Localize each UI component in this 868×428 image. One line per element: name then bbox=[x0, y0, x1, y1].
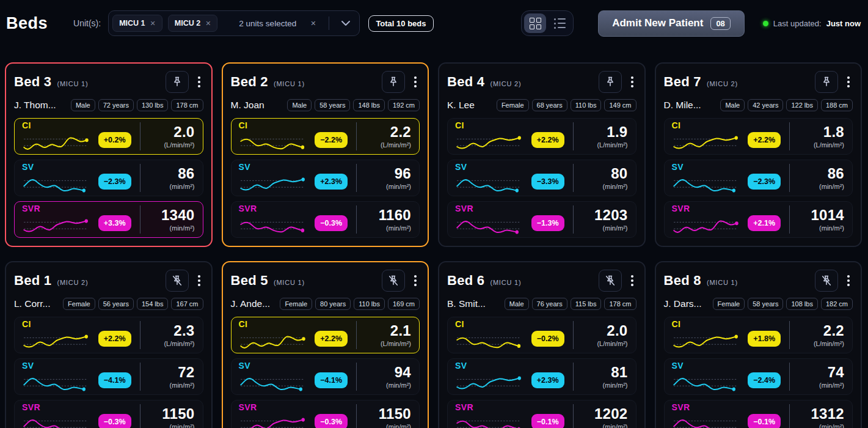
unit-select-control[interactable]: MICU 1 ✕ MICU 2 ✕ 2 units selected ✕ bbox=[108, 10, 360, 36]
metric-row[interactable]: CI +2.2% 1.9 (L/min/m²) bbox=[447, 118, 636, 155]
metric-row[interactable]: SV −4.1% 72 (min/m²) bbox=[14, 358, 203, 395]
metric-row[interactable]: SVR +2.1% 1014 (min/m²) bbox=[664, 201, 853, 238]
metric-list: CI +2.2% 2.1 (L/min/m²) SV −4.1% 94 (min… bbox=[231, 317, 420, 428]
list-view-button[interactable] bbox=[549, 13, 571, 33]
pin-icon bbox=[820, 275, 833, 287]
metric-row[interactable]: SV +2.3% 96 (min/m²) bbox=[231, 160, 420, 196]
metric-row[interactable]: CI −2.2% 2.2 (L/min/m²) bbox=[231, 118, 420, 155]
admit-new-patient-button[interactable]: Admit New Patient 08 bbox=[598, 10, 745, 37]
metric-row[interactable]: CI +2.2% 1.8 (L/min/m²) bbox=[664, 118, 853, 155]
bed-card[interactable]: Bed 3 (MICU 1) J. Thom... Male72 years13… bbox=[5, 62, 213, 247]
patient-row: M. Joan Male58 years148 lbs192 cm bbox=[231, 99, 420, 111]
metric-row[interactable]: SVR +3.3% 1340 (min/m²) bbox=[14, 201, 203, 238]
metric-row[interactable]: SV −4.1% 94 (min/m²) bbox=[231, 358, 420, 395]
sparkline-chart bbox=[22, 172, 95, 194]
more-options-button[interactable] bbox=[628, 73, 636, 91]
bed-card[interactable]: Bed 7 (MICU 2) D. Mile... Male42 years12… bbox=[655, 62, 863, 247]
metric-row[interactable]: SV −2.4% 74 (min/m²) bbox=[664, 358, 853, 395]
metric-row[interactable]: SVR −0.1% 1202 (min/m²) bbox=[447, 400, 636, 428]
metric-label: CI bbox=[239, 121, 312, 130]
last-updated-label: Last updated: bbox=[773, 19, 822, 28]
metric-change-badge: +2.3% bbox=[315, 174, 348, 190]
metric-label: CI bbox=[22, 121, 95, 130]
demographic-chip: 178 cm bbox=[604, 298, 636, 310]
sparkline-chart bbox=[239, 412, 312, 428]
demographic-chip: 108 lbs bbox=[786, 298, 817, 310]
bed-card[interactable]: Bed 1 (MICU 2) L. Corr... Female56 years… bbox=[5, 261, 213, 428]
bed-card[interactable]: Bed 4 (MICU 2) K. Lee Female68 years110 … bbox=[438, 62, 646, 247]
bed-title: Bed 7 bbox=[664, 74, 701, 90]
sparkline-chart bbox=[239, 371, 312, 393]
more-options-button[interactable] bbox=[628, 271, 636, 290]
pin-button[interactable] bbox=[166, 270, 189, 292]
metric-row[interactable]: CI +1.8% 2.2 (L/min/m²) bbox=[664, 317, 853, 353]
last-updated-status: Last updated: Just now bbox=[763, 19, 861, 28]
metric-row[interactable]: SVR −0.3% 1160 (min/m²) bbox=[231, 201, 420, 238]
metric-value: 1150 bbox=[162, 406, 194, 422]
sparkline-chart bbox=[672, 371, 745, 393]
metric-row[interactable]: SVR −0.1% 1312 (min/m²) bbox=[664, 400, 853, 428]
metric-row[interactable]: SV −2.3% 86 (min/m²) bbox=[664, 160, 853, 196]
metric-row[interactable]: SVR −0.3% 1150 (min/m²) bbox=[14, 400, 203, 428]
bed-card-header: Bed 4 (MICU 2) bbox=[447, 71, 636, 93]
metric-row[interactable]: CI +0.2% 2.0 (L/min/m²) bbox=[14, 118, 203, 155]
metric-list: CI −2.2% 2.2 (L/min/m²) SV +2.3% 96 (min… bbox=[231, 118, 420, 238]
chevron-down-icon[interactable] bbox=[341, 20, 351, 26]
metric-label: SVR bbox=[239, 403, 312, 412]
demographic-chip: 110 lbs bbox=[571, 99, 602, 111]
demographic-chip: 188 cm bbox=[821, 99, 853, 111]
bed-card-header: Bed 2 (MICU 1) bbox=[231, 71, 420, 93]
pin-button[interactable] bbox=[382, 270, 405, 292]
patient-row: B. Smit... Male76 years115 lbs178 cm bbox=[447, 298, 636, 310]
pin-button[interactable] bbox=[599, 71, 622, 93]
more-options-button[interactable] bbox=[844, 271, 853, 290]
bed-card[interactable]: Bed 8 (MICU 1) J. Dars... Female58 years… bbox=[655, 261, 863, 428]
more-options-button[interactable] bbox=[195, 271, 203, 290]
metric-row[interactable]: SV +2.3% 81 (min/m²) bbox=[447, 358, 636, 395]
sparkline-chart bbox=[455, 371, 528, 393]
metric-change-badge: −0.3% bbox=[98, 414, 131, 428]
more-options-button[interactable] bbox=[411, 73, 420, 91]
pin-button[interactable] bbox=[815, 71, 838, 93]
unit-filter-chip[interactable]: MICU 1 ✕ bbox=[112, 15, 162, 32]
metric-change-badge: −3.3% bbox=[531, 174, 564, 190]
grid-view-button[interactable] bbox=[524, 13, 546, 33]
metric-row[interactable]: SV −2.3% 86 (min/m²) bbox=[14, 160, 203, 196]
pin-button[interactable] bbox=[166, 71, 189, 93]
divider bbox=[573, 122, 574, 150]
pin-button[interactable] bbox=[599, 270, 622, 292]
divider bbox=[789, 404, 790, 428]
bed-card[interactable]: Bed 2 (MICU 1) M. Joan Male58 years148 l… bbox=[222, 62, 429, 247]
more-options-button[interactable] bbox=[195, 73, 203, 91]
admit-count-badge: 08 bbox=[710, 17, 730, 30]
patient-name: K. Lee bbox=[447, 100, 475, 111]
demographic-chip: 149 cm bbox=[604, 99, 636, 111]
metric-label: SV bbox=[455, 361, 528, 371]
metric-row[interactable]: CI −0.2% 2.0 (L/min/m²) bbox=[447, 317, 636, 353]
unit-filter-chip[interactable]: MICU 2 ✕ bbox=[168, 15, 218, 32]
remove-unit-icon[interactable]: ✕ bbox=[150, 20, 156, 28]
metric-row[interactable]: CI +2.2% 2.1 (L/min/m²) bbox=[231, 317, 420, 353]
metric-unit: (min/m²) bbox=[386, 224, 411, 232]
pin-button[interactable] bbox=[815, 270, 838, 292]
metric-row[interactable]: SV −3.3% 80 (min/m²) bbox=[447, 160, 636, 196]
pin-button[interactable] bbox=[382, 71, 405, 93]
metric-row[interactable]: SVR −0.3% 1150 (min/m²) bbox=[231, 400, 420, 428]
patient-demographics: Male72 years130 lbs178 cm bbox=[71, 99, 203, 111]
metric-row[interactable]: CI +2.2% 2.3 (L/min/m²) bbox=[14, 317, 203, 353]
bed-card[interactable]: Bed 5 (MICU 1) J. Ande... Female80 years… bbox=[222, 261, 429, 428]
remove-unit-icon[interactable]: ✕ bbox=[205, 20, 211, 28]
metric-value: 86 bbox=[178, 166, 194, 182]
bed-card[interactable]: Bed 6 (MICU 1) B. Smit... Male76 years11… bbox=[438, 261, 646, 428]
metric-change-badge: −0.3% bbox=[315, 215, 348, 231]
patient-demographics: Male58 years148 lbs192 cm bbox=[287, 99, 420, 111]
metric-unit: (L/min/m²) bbox=[164, 340, 194, 347]
metric-value: 2.2 bbox=[823, 323, 844, 339]
metric-value: 2.0 bbox=[173, 124, 194, 140]
more-options-button[interactable] bbox=[411, 271, 420, 290]
clear-selection-icon[interactable]: ✕ bbox=[310, 20, 316, 28]
metric-label: CI bbox=[22, 320, 95, 329]
more-options-button[interactable] bbox=[844, 73, 853, 91]
demographic-chip: 42 years bbox=[748, 99, 783, 111]
metric-row[interactable]: SVR −1.3% 1203 (min/m²) bbox=[447, 201, 636, 238]
